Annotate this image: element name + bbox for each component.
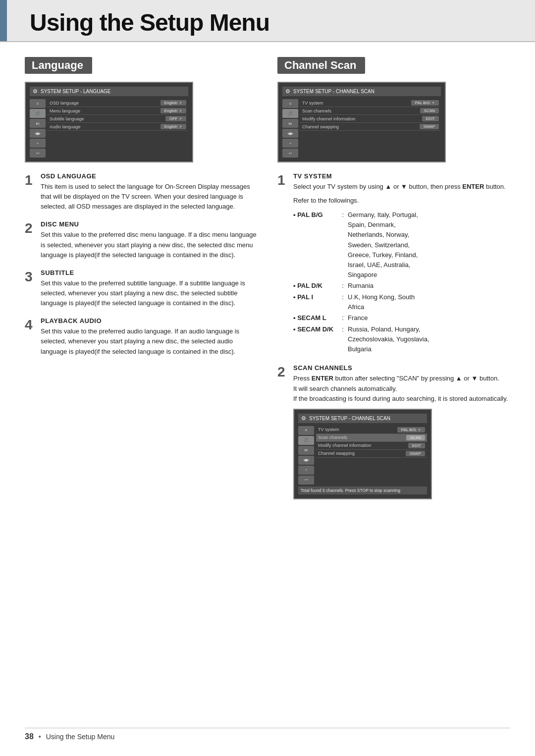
language-screenshot: ⚙ SYSTEM SETUP - LANGUAGE ≡ 🎵 ⏯ ◀▶ + ↩ O… (25, 82, 193, 162)
cs-item-title-scan: SCAN CHANNELS (293, 364, 510, 372)
pal-colon-secam-dk: : (338, 324, 348, 354)
language-heading: Language (25, 57, 92, 74)
pal-colon-i: : (338, 292, 348, 312)
cs2-row-modify-label: Modify channel information (318, 443, 372, 448)
lang-row-menu-label: Menu language (50, 108, 80, 113)
channel-scan-item-2: 2 SCAN CHANNELS Press ENTER button after… (277, 364, 510, 499)
pal-label-i: • PAL I (293, 292, 338, 312)
cs-item-text-scan: Press ENTER button after selecting "SCAN… (293, 374, 510, 403)
pal-label-dk: • PAL D/K (293, 281, 338, 291)
pal-colon-dk: : (338, 281, 348, 291)
cs-item-content-1: TV SYSTEM Select your TV system by using… (293, 172, 510, 355)
language-item-3: 3 SUBTITLE Set this value to the preferr… (25, 269, 258, 308)
pal-label-secam-l: • SECAM L (293, 313, 338, 324)
cs-row-modify-value: EDIT (422, 116, 439, 121)
nav-item-cs-2: 🎵 (282, 109, 298, 118)
gear-icon: ⚙ (285, 88, 290, 95)
lang-row-audio: Audio language English ▼ (48, 123, 188, 131)
item-title-osd: OSD LANGUAGE (41, 172, 258, 180)
item-title-subtitle: SUBTITLE (41, 269, 258, 276)
channel-scan-main: TV system PAL B/G ▼ Scan channels SCAN M… (300, 99, 441, 158)
pal-row-dk: • PAL D/K : Rumania (293, 281, 510, 291)
gear-icon: ⚙ (33, 88, 38, 95)
footer-page-number: 38 (25, 732, 34, 741)
language-item-2: 2 DISC MENU Set this value to the prefer… (25, 220, 258, 260)
pal-value-secam-dk: Russia, Poland, Hungary,Czechoslovakia, … (348, 324, 510, 354)
footer-text: Using the Setup Menu (46, 733, 115, 741)
cs2-row-scan: Scan channels SCAN (316, 434, 427, 442)
arrow-icon: ▼ (179, 101, 182, 105)
cs2-row-swap: Channel swapping SWAP (316, 450, 427, 458)
lang-row-menu: Menu language English ▼ (48, 107, 188, 115)
cs-item-title-tvsystem: TV SYSTEM (293, 172, 510, 180)
cs-row-tvsystem-value: PAL B/G ▼ (411, 100, 439, 106)
item-number-2: 2 (25, 220, 36, 260)
nav-item-3: ⏯ (30, 119, 46, 128)
pal-label-secam-dk: • SECAM D/K (293, 324, 338, 354)
item-content-4: PLAYBACK AUDIO Set this value to the pre… (41, 317, 258, 356)
lang-row-osd-label: OSD language (50, 101, 79, 106)
nav-item-5: + (30, 139, 46, 148)
pal-row-bg: • PAL B/G : Germany, Italy, Portugal,Spa… (293, 210, 510, 280)
cs2-row-modify-value: EDIT (408, 443, 425, 448)
nav-item-cs-5: + (282, 139, 298, 148)
channel-scan-screenshot-2: ⚙ SYSTEM SETUP - CHANNEL SCAN ≡ 🎵 ⏯ ◀▶ +… (293, 409, 432, 499)
language-screenshot-nav: ≡ 🎵 ⏯ ◀▶ + ↩ (30, 99, 46, 158)
channel-scan-nav: ≡ 🎵 ⏯ ◀▶ + ↩ (282, 99, 298, 158)
nav-item-cs-6: ↩ (282, 149, 298, 158)
item-text-disc: Set this value to the preferred disc men… (41, 230, 258, 260)
cs-row-swap-value: SWAP (420, 124, 439, 129)
lang-row-osd-value: English ▼ (160, 100, 186, 106)
cs-row-swap-label: Channel swapping (302, 124, 339, 129)
pal-value-secam-l: France (348, 313, 510, 324)
cs2-row-swap-label: Channel swapping (318, 451, 355, 456)
page-header: Using the Setup Menu (0, 0, 535, 42)
pal-colon-secam-l: : (338, 313, 348, 324)
channel-scan-bottom-bar: Total found 5 channels. Press STOP to st… (298, 486, 427, 494)
page-title: Using the Setup Menu (30, 9, 505, 36)
lang-row-subtitle-value: OFF ▼ (165, 116, 186, 121)
item-content-2: DISC MENU Set this value to the preferre… (41, 220, 258, 260)
item-number-4: 4 (25, 317, 36, 356)
lang-row-audio-value: English ▼ (160, 124, 186, 129)
item-text-osd: This item is used to select the language… (41, 182, 258, 212)
channel-scan-title-1: SYSTEM SETUP - CHANNEL SCAN (293, 89, 374, 94)
item-number-1: 1 (25, 172, 36, 212)
channel-scan-title-bar-2: ⚙ SYSTEM SETUP - CHANNEL SCAN (298, 414, 427, 423)
pal-label-bg: • PAL B/G (293, 210, 338, 280)
gear-icon-2: ⚙ (301, 415, 306, 422)
channel-scan-item-1: 1 TV SYSTEM Select your TV system by usi… (277, 172, 510, 355)
channel-scan-heading: Channel Scan (277, 57, 365, 74)
cs2-row-tvsystem-value: PAL B/G ▼ (397, 427, 425, 432)
lang-row-audio-label: Audio language (50, 124, 81, 129)
nav-item-cs2-1: ≡ (298, 426, 314, 435)
channel-scan-items-list: 1 TV SYSTEM Select your TV system by usi… (277, 172, 510, 499)
nav-item-cs2-3: ⏯ (298, 446, 314, 455)
arrow-icon: ▼ (418, 428, 421, 432)
language-item-4: 4 PLAYBACK AUDIO Set this value to the p… (25, 317, 258, 356)
cs2-row-scan-value: SCAN (406, 435, 425, 440)
pal-value-bg: Germany, Italy, Portugal,Spain, Denmark,… (348, 210, 510, 280)
cs2-row-scan-label: Scan channels (318, 435, 347, 440)
pal-value-dk: Rumania (348, 281, 510, 291)
lang-row-subtitle: Subtitle language OFF ▼ (48, 115, 188, 123)
nav-item-cs-3: ⏯ (282, 119, 298, 128)
nav-item-cs2-2: 🎵 (298, 436, 314, 445)
main-content: Language ⚙ SYSTEM SETUP - LANGUAGE ≡ 🎵 ⏯… (0, 42, 535, 528)
cs2-row-modify: Modify channel information EDIT (316, 442, 427, 450)
arrow-icon: ▼ (431, 101, 435, 105)
cs-item-number-2: 2 (277, 364, 288, 499)
cs-row-scan-label: Scan channels (302, 108, 331, 113)
item-title-audio: PLAYBACK AUDIO (41, 317, 258, 324)
language-screenshot-sidebar: ≡ 🎵 ⏯ ◀▶ + ↩ OSD language English ▼ Menu… (30, 99, 188, 158)
arrow-icon: ▼ (179, 109, 182, 112)
channel-scan-sidebar: ≡ 🎵 ⏯ ◀▶ + ↩ TV system PAL B/G ▼ Scan ch… (282, 99, 441, 158)
item-title-disc: DISC MENU (41, 220, 258, 228)
item-content-1: OSD LANGUAGE This item is used to select… (41, 172, 258, 212)
lang-row-menu-value: English ▼ (160, 108, 186, 113)
cs-row-tvsystem-label: TV system (302, 101, 323, 106)
item-text-subtitle: Set this value to the preferred subtitle… (41, 278, 258, 308)
cs-row-modify-label: Modify channel information (302, 116, 356, 121)
cs-row-scan: Scan channels SCAN (300, 107, 441, 115)
lang-row-osd: OSD language English ▼ (48, 99, 188, 107)
